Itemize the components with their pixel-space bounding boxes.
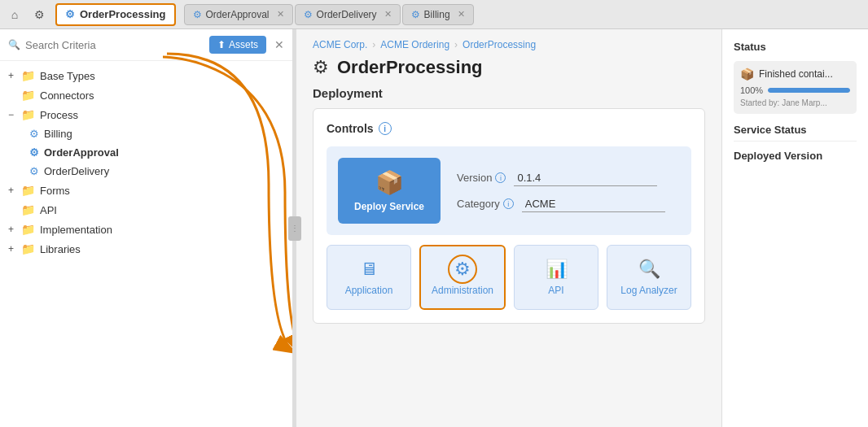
status-card: 📦 Finished contai... 100% Started by: Ja… <box>734 61 857 114</box>
tab-orderapproval[interactable]: ⚙ OrderApproval ✕ <box>184 4 293 25</box>
sidebar-item-orderapproval[interactable]: ⚙ OrderApproval <box>0 143 292 162</box>
tab-billing[interactable]: ⚙ Billing ✕ <box>402 4 474 25</box>
content-area: ACME Corp. › ACME Ordering › OrderProces… <box>296 29 721 427</box>
version-row: Version i <box>457 170 680 186</box>
category-label: Category i <box>457 198 514 210</box>
breadcrumb-orderprocessing[interactable]: OrderProcessing <box>462 39 536 50</box>
tab-icon-orderapproval: ⚙ <box>193 9 202 20</box>
sidebar-label-connectors: Connectors <box>40 89 94 102</box>
deployment-section-label: Deployment <box>296 86 721 108</box>
category-row: Category i <box>457 196 680 212</box>
tabs-row: ⚙ OrderApproval ✕ ⚙ OrderDelivery ✕ ⚙ Bi… <box>184 4 474 25</box>
folder-icon: 📁 <box>21 89 35 102</box>
api-card[interactable]: 📊 API <box>514 245 598 310</box>
settings-icon[interactable]: ⚙ <box>29 5 49 24</box>
tab-icon-orderdelivery: ⚙ <box>304 9 313 20</box>
deploy-label: Deploy Service <box>354 201 424 212</box>
process-icon-orderapproval: ⚙ <box>29 146 39 159</box>
folder-icon: 📁 <box>21 69 35 82</box>
breadcrumb-acme-ordering[interactable]: ACME Ordering <box>380 39 449 50</box>
status-card-icon: 📦 <box>740 68 754 81</box>
started-by: Started by: Jane Marp... <box>740 98 850 107</box>
sidebar-item-api[interactable]: + 📁 API <box>0 200 292 220</box>
status-finished-text: Finished contai... <box>759 68 833 80</box>
expand-icon: + <box>8 70 16 81</box>
assets-label: Assets <box>229 39 258 50</box>
progress-row: 100% <box>740 85 850 95</box>
sidebar-label-basetypes: Base Types <box>40 70 95 82</box>
controls-info-icon[interactable]: i <box>379 122 392 135</box>
deploy-icon: 📦 <box>375 169 404 196</box>
expand-icon: + <box>8 185 16 196</box>
status-title: Status <box>734 41 857 53</box>
search-input[interactable] <box>25 39 204 51</box>
tab-label-orderdelivery: OrderDelivery <box>317 9 377 20</box>
close-sidebar-icon[interactable]: ✕ <box>274 38 284 51</box>
tab-close-orderdelivery[interactable]: ✕ <box>384 9 392 20</box>
search-icon: 🔍 <box>8 39 20 50</box>
application-label: Application <box>345 285 393 296</box>
sidebar-item-billing[interactable]: ⚙ Billing <box>0 124 292 143</box>
category-input[interactable] <box>522 196 665 212</box>
api-label: API <box>548 285 563 296</box>
process-icon-orderdelivery: ⚙ <box>29 165 39 177</box>
sidebar-item-process[interactable]: − 📁 Process <box>0 105 292 124</box>
log-analyzer-card[interactable]: 🔍 Log Analyzer <box>607 245 691 310</box>
category-info-icon[interactable]: i <box>503 198 514 209</box>
collapse-icon: − <box>8 109 16 120</box>
assets-button[interactable]: ⬆ Assets <box>209 36 266 54</box>
status-card-header: 📦 Finished contai... <box>740 68 850 81</box>
sidebar-item-orderdelivery[interactable]: ⚙ OrderDelivery <box>0 162 292 181</box>
controls-title: Controls <box>327 122 374 135</box>
sidebar-item-implementation[interactable]: + 📁 Implementation <box>0 220 292 239</box>
page-title: OrderProcessing <box>337 57 483 78</box>
expand-icon: + <box>8 224 16 235</box>
tab-close-orderapproval[interactable]: ✕ <box>277 9 284 20</box>
tab-close-billing[interactable]: ✕ <box>458 9 465 20</box>
version-input[interactable] <box>514 170 657 186</box>
resize-handle[interactable]: ⋮ <box>293 29 296 427</box>
progress-percent: 100% <box>740 85 763 95</box>
status-panel: Status 📦 Finished contai... 100% Started… <box>721 29 868 427</box>
breadcrumb-acme-corp[interactable]: ACME Corp. <box>313 39 367 50</box>
active-tab-label: OrderProcessing <box>80 8 166 20</box>
expand-icon: + <box>8 243 16 255</box>
top-bar: ⌂ ⚙ ⚙ OrderProcessing ⚙ OrderApproval ✕ … <box>0 0 868 29</box>
controls-panel: Controls i 📦 Deploy Service Version i <box>313 108 705 324</box>
folder-icon: 📁 <box>21 184 35 197</box>
sidebar-item-libraries[interactable]: + 📁 Libraries <box>0 239 292 259</box>
page-title-row: ⚙ OrderProcessing <box>296 54 721 86</box>
progress-fill <box>768 88 850 93</box>
administration-card[interactable]: ⚙ Administration <box>419 245 506 310</box>
tab-icon-billing: ⚙ <box>411 9 420 20</box>
active-tab[interactable]: ⚙ OrderProcessing <box>55 3 176 26</box>
service-status-title: Service Status <box>734 124 857 136</box>
controls-header: Controls i <box>327 122 691 135</box>
sidebar-item-forms[interactable]: + 📁 Forms <box>0 181 292 200</box>
sidebar-item-connectors[interactable]: + 📁 Connectors <box>0 85 292 105</box>
toolbar-icons: ⌂ ⚙ <box>5 5 49 24</box>
assets-icon: ⬆ <box>217 39 226 50</box>
application-icon: 🖥 <box>360 259 378 280</box>
tab-label-billing: Billing <box>424 9 450 20</box>
sidebar-label-implementation: Implementation <box>40 224 112 236</box>
process-icon-billing: ⚙ <box>29 128 39 140</box>
application-card[interactable]: 🖥 Application <box>327 245 411 310</box>
tab-orderdelivery[interactable]: ⚙ OrderDelivery ✕ <box>295 4 401 25</box>
sidebar-label-orderdelivery: OrderDelivery <box>44 165 109 177</box>
log-analyzer-icon: 🔍 <box>638 259 660 280</box>
main-layout: 🔍 ⬆ Assets ✕ + 📁 Base Types + 📁 Connecto… <box>0 29 868 427</box>
version-label: Version i <box>457 172 506 184</box>
breadcrumb: ACME Corp. › ACME Ordering › OrderProces… <box>296 29 721 54</box>
version-info-icon[interactable]: i <box>495 172 506 183</box>
administration-icon: ⚙ <box>454 259 471 280</box>
deployed-version-title: Deployed Version <box>734 150 857 162</box>
sidebar-label-api: API <box>40 204 57 216</box>
sidebar-label-libraries: Libraries <box>40 243 81 255</box>
progress-bar <box>768 88 850 93</box>
home-icon[interactable]: ⌂ <box>5 5 24 24</box>
deploy-service-button[interactable]: 📦 Deploy Service <box>338 158 441 224</box>
version-fields: Version i Category i <box>457 170 680 212</box>
breadcrumb-sep-1: › <box>372 39 375 50</box>
sidebar-item-basetypes[interactable]: + 📁 Base Types <box>0 66 292 85</box>
